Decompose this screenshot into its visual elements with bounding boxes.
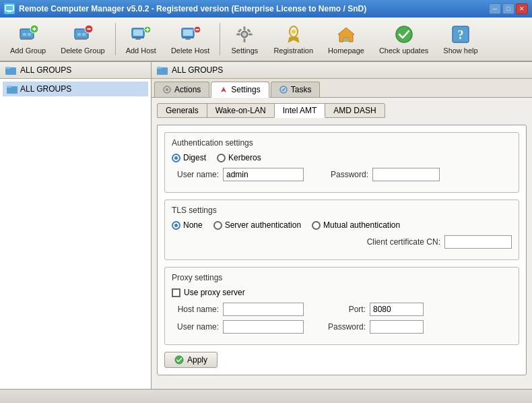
show-help-icon: ? <box>450 24 471 45</box>
content-area: Generals Wake-on-LAN Intel AMT AMD DASH … <box>152 98 532 389</box>
tab-settings[interactable]: Settings <box>211 82 269 98</box>
none-radio[interactable]: None <box>172 220 203 230</box>
minimize-button[interactable]: ─ <box>489 3 501 14</box>
add-group-label: Add Group <box>10 46 46 55</box>
tab-tasks-label: Tasks <box>291 85 312 94</box>
kerberos-radio[interactable]: Kerberos <box>217 153 261 162</box>
tls-radio-group: None Server authentication Mutual authen… <box>172 220 512 230</box>
subtab-generals-label: Generals <box>166 106 199 115</box>
svg-rect-45 <box>7 86 11 88</box>
check-updates-label: Check updates <box>379 46 428 55</box>
close-button[interactable]: ✕ <box>516 3 528 14</box>
svg-rect-43 <box>5 67 10 69</box>
delete-group-button[interactable]: Delete Group <box>55 20 110 58</box>
subtab-intel-amt[interactable]: Intel AMT <box>274 103 326 118</box>
apply-button[interactable]: Apply <box>164 352 218 368</box>
separator-1 <box>115 23 116 55</box>
svg-rect-47 <box>157 67 162 69</box>
server-auth-radio[interactable]: Server authentication <box>213 220 301 230</box>
auth-section-title: Authentication settings <box>172 138 512 148</box>
registration-label: Registration <box>273 46 313 55</box>
settings-icon <box>234 24 255 45</box>
delete-group-icon <box>72 24 94 45</box>
show-help-label: Show help <box>443 46 477 55</box>
folder-icon <box>5 65 16 75</box>
subtab-wake-on-lan[interactable]: Wake-on-LAN <box>207 103 275 118</box>
homepage-label: Homepage <box>328 46 364 55</box>
proxy-port-input[interactable] <box>370 303 424 316</box>
toolbar: Add Group Delete Group <box>0 18 532 61</box>
check-updates-button[interactable]: Check updates <box>373 20 434 58</box>
proxy-pass-input[interactable] <box>370 320 424 334</box>
svg-rect-17 <box>132 37 144 38</box>
separator-2 <box>220 23 220 55</box>
svg-point-37 <box>292 30 296 34</box>
none-label: None <box>183 220 203 230</box>
subtab-amd-dash[interactable]: AMD DASH <box>325 103 385 118</box>
homepage-button[interactable]: Homepage <box>322 20 370 58</box>
tree-folder-icon <box>7 84 18 94</box>
proxy-host-row: Host name: Port: <box>172 303 512 316</box>
add-group-button[interactable]: Add Group <box>4 20 52 58</box>
all-groups-tree-item[interactable]: ALL GROUPS <box>3 82 148 96</box>
server-auth-label: Server authentication <box>225 220 301 230</box>
actions-tab-icon <box>163 86 171 94</box>
tls-section-title: TLS settings <box>172 206 512 215</box>
tab-tasks[interactable]: Tasks <box>271 82 321 97</box>
proxy-port-label: Port: <box>319 305 366 314</box>
none-radio-circle <box>172 221 180 230</box>
cert-label: Client certificate CN: <box>353 237 440 247</box>
use-proxy-checkbox[interactable]: Use proxy server <box>172 288 512 297</box>
svg-rect-25 <box>185 38 191 40</box>
proxy-user-row: User name: Password: <box>172 320 512 334</box>
window-controls: ─ □ ✕ <box>489 3 528 14</box>
mutual-auth-radio[interactable]: Mutual authentication <box>312 220 400 230</box>
proxy-host-label: Host name: <box>172 305 219 314</box>
svg-rect-34 <box>238 28 242 32</box>
settings-button[interactable]: Settings <box>224 20 265 58</box>
add-host-label: Add Host <box>126 46 156 55</box>
mutual-auth-radio-circle <box>312 221 321 230</box>
use-proxy-box <box>172 288 180 297</box>
svg-rect-33 <box>248 34 253 36</box>
auth-user-input[interactable] <box>223 168 304 181</box>
svg-rect-0 <box>5 5 13 11</box>
server-auth-radio-circle <box>213 221 222 230</box>
delete-group-label: Delete Group <box>61 46 104 55</box>
auth-section: Authentication settings Digest Kerberos … <box>164 132 519 193</box>
delete-host-button[interactable]: Delete Host <box>165 20 215 58</box>
svg-rect-1 <box>7 11 11 12</box>
show-help-button[interactable]: ? Show help <box>437 20 484 58</box>
svg-rect-31 <box>244 38 246 42</box>
proxy-host-input[interactable] <box>223 303 304 316</box>
cert-input[interactable] <box>444 235 512 249</box>
svg-rect-27 <box>195 29 199 30</box>
left-panel: ALL GROUPS ALL GROUPS <box>0 61 152 389</box>
svg-rect-24 <box>182 37 194 38</box>
proxy-user-input[interactable] <box>223 320 304 334</box>
tab-actions[interactable]: Actions <box>154 82 209 97</box>
cert-row: Client certificate CN: <box>172 235 512 249</box>
tls-section: TLS settings None Server authentication <box>164 199 519 260</box>
registration-button[interactable]: Registration <box>267 20 319 58</box>
tasks-tab-icon <box>279 86 288 94</box>
subtab-intel-amt-label: Intel AMT <box>283 106 317 115</box>
svg-rect-8 <box>20 38 32 40</box>
svg-rect-7 <box>34 28 35 31</box>
add-host-button[interactable]: Add Host <box>120 20 162 58</box>
status-bar <box>0 389 532 403</box>
auth-pass-input[interactable] <box>372 168 440 181</box>
svg-rect-4 <box>28 33 31 36</box>
sub-tabs: Generals Wake-on-LAN Intel AMT AMD DASH <box>157 103 527 118</box>
maximize-button[interactable]: □ <box>502 3 514 14</box>
intel-amt-settings: Authentication settings Digest Kerberos … <box>157 125 527 375</box>
left-panel-header: ALL GROUPS <box>0 62 151 79</box>
subtab-generals[interactable]: Generals <box>157 103 207 118</box>
right-panel-header: ALL GROUPS <box>152 62 532 79</box>
all-groups-label: ALL GROUPS <box>20 84 71 94</box>
digest-radio[interactable]: Digest <box>172 153 206 162</box>
svg-text:?: ? <box>457 28 463 42</box>
registration-icon <box>283 24 304 45</box>
settings-tab-icon <box>220 86 228 94</box>
svg-point-39 <box>396 26 412 42</box>
